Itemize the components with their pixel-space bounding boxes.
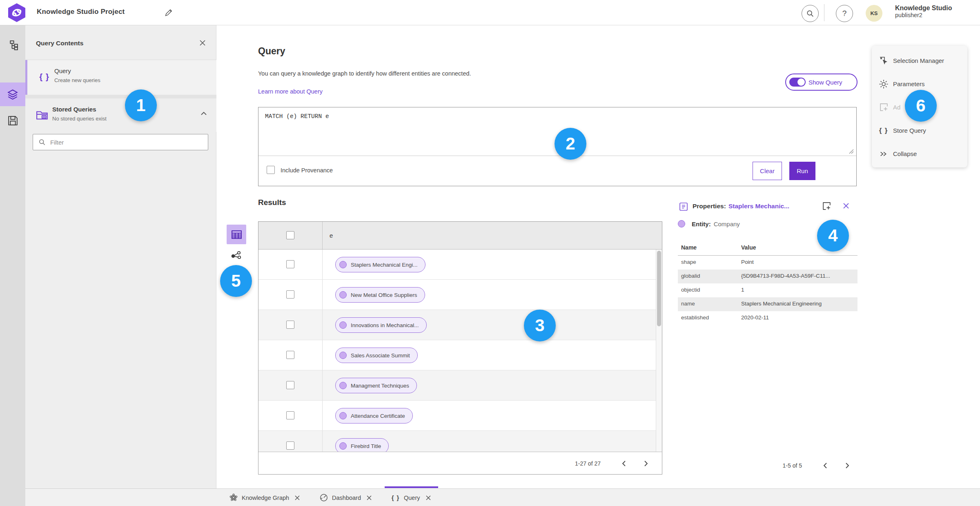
project-title: Knowledge Studio Project (37, 8, 125, 16)
row-checkbox[interactable] (286, 351, 294, 359)
link-chart-view-button[interactable] (230, 250, 243, 261)
filter-input[interactable] (50, 139, 201, 146)
help-button[interactable]: ? (836, 5, 853, 22)
table-row[interactable]: Staplers Mechanical Engi... (258, 250, 662, 280)
entity-dot-icon (339, 412, 347, 419)
tab-knowledge-graph[interactable]: Knowledge Graph (223, 489, 307, 506)
entity-pill[interactable]: Managment Techniques (335, 378, 417, 393)
row-checkbox[interactable] (286, 321, 294, 329)
tab-label: Dashboard (332, 495, 361, 501)
table-view-button[interactable] (227, 225, 246, 244)
entity-pill[interactable]: Firebird Title (335, 438, 389, 452)
row-checkbox[interactable] (286, 381, 294, 389)
callout-badge-2: 2 (555, 128, 586, 160)
search-button[interactable] (802, 5, 819, 22)
stored-queries-label: Stored Queries (52, 106, 96, 113)
table-row[interactable]: Attendance Certificate (258, 401, 662, 431)
chevron-right-icon[interactable] (641, 459, 650, 468)
add-to-new-window-icon[interactable] (822, 201, 832, 212)
tab-query[interactable]: { } Query (385, 489, 438, 506)
menu-item-selection-manager[interactable]: Selection Manager (872, 49, 967, 72)
table-icon (231, 229, 242, 240)
entity-pill-label: Firebird Title (351, 443, 381, 449)
user-info[interactable]: Knowledge Studio publisher2 (895, 4, 952, 19)
chevron-up-icon[interactable] (200, 110, 207, 117)
row-checkbox[interactable] (286, 441, 294, 450)
query-description: You can query a knowledge graph to ident… (258, 70, 471, 77)
entity-pill[interactable]: Innovations in Mechanical... (335, 317, 427, 333)
entity-dot-icon (339, 382, 347, 389)
tab-dashboard[interactable]: Dashboard (313, 489, 379, 506)
name-column-header: Name (681, 244, 697, 251)
menu-item-label: Parameters (893, 80, 925, 87)
row-checkbox[interactable] (286, 290, 294, 299)
property-row[interactable]: established 2020-02-11 (678, 311, 858, 325)
property-row[interactable]: globalid {5D9B4713-F98D-4A53-A59F-C11... (678, 270, 858, 283)
table-row[interactable]: Managment Techniques (258, 370, 662, 401)
scrollbar-thumb[interactable] (657, 251, 661, 326)
table-row[interactable]: New Metal Office Suppliers (258, 280, 662, 310)
column-header-e: e (330, 232, 333, 239)
entity-pill[interactable]: Attendance Certificate (335, 408, 413, 424)
table-row[interactable]: Firebird Title (258, 431, 662, 452)
entity-pill[interactable]: Staplers Mechanical Engi... (335, 257, 425, 272)
property-name: name (681, 301, 695, 307)
chevron-left-icon[interactable] (619, 459, 629, 468)
add-to-new-window-icon (878, 102, 889, 113)
braces-icon: { } (38, 70, 51, 84)
properties-entity-link[interactable]: Staplers Mechanic... (728, 203, 789, 210)
close-tab-icon[interactable] (294, 495, 301, 501)
menu-item-collapse[interactable]: Collapse (872, 142, 967, 165)
table-row[interactable]: Innovations in Mechanical... (258, 310, 662, 340)
selection-manager-icon (878, 56, 889, 66)
run-button[interactable]: Run (789, 162, 815, 180)
property-row[interactable]: objectid 1 (678, 283, 858, 297)
show-query-toggle[interactable]: Show Query (785, 74, 858, 91)
sidebar-item-stored-queries[interactable]: Stored Queries No stored queries exist (25, 98, 216, 132)
query-item-label: Query (54, 67, 71, 74)
select-all-checkbox[interactable] (286, 231, 294, 239)
row-checkbox[interactable] (286, 260, 294, 268)
table-row[interactable]: Sales Associate Summit (258, 340, 662, 370)
left-rail (0, 25, 25, 506)
entity-type-row: Entity: Company (678, 219, 740, 229)
property-name: established (681, 314, 709, 321)
app-logo-icon[interactable] (7, 3, 27, 22)
tab-label: Knowledge Graph (242, 495, 289, 501)
clear-button[interactable]: Clear (753, 162, 782, 180)
resize-handle-icon[interactable] (849, 149, 854, 154)
results-table: e Staplers Mechanical Engi... New Metal … (258, 221, 662, 475)
rail-data-model-button[interactable] (0, 33, 25, 57)
include-provenance-label: Include Provenance (281, 167, 333, 174)
property-row[interactable]: name Staplers Mechanical Engineering (678, 297, 858, 311)
chevron-left-icon[interactable] (821, 461, 831, 470)
show-query-label: Show Query (808, 79, 842, 86)
entity-type: Company (714, 221, 740, 227)
close-icon[interactable] (842, 202, 851, 211)
close-tab-icon[interactable] (425, 495, 432, 501)
rail-save-button[interactable] (0, 109, 25, 132)
property-name: globalid (681, 273, 700, 279)
menu-item-store-query[interactable]: { } Store Query (872, 119, 967, 142)
app-header: Knowledge Studio Project ? KS Knowledge … (0, 0, 980, 25)
include-provenance-checkbox[interactable] (267, 166, 275, 174)
chevron-right-icon[interactable] (842, 461, 852, 470)
entity-pill[interactable]: New Metal Office Suppliers (335, 287, 425, 303)
user-role: publisher2 (895, 12, 952, 19)
results-scrollbar[interactable] (656, 250, 662, 452)
close-tab-icon[interactable] (366, 495, 372, 501)
layers-icon (7, 89, 18, 100)
menu-item-label: Ad (893, 104, 900, 111)
close-icon[interactable] (198, 38, 207, 47)
callout-badge-6: 6 (905, 90, 937, 122)
sidebar-item-query[interactable]: { } Query Create new queries (25, 60, 216, 95)
save-icon (7, 115, 18, 126)
rail-layers-button[interactable] (0, 82, 25, 106)
learn-more-link[interactable]: Learn more about Query (258, 88, 323, 95)
edit-title-icon[interactable] (164, 8, 173, 17)
entity-pill[interactable]: Sales Associate Summit (335, 348, 418, 363)
avatar[interactable]: KS (866, 5, 882, 22)
property-row[interactable]: shape Point (678, 256, 858, 270)
properties-icon (679, 202, 688, 212)
row-checkbox[interactable] (286, 411, 294, 419)
